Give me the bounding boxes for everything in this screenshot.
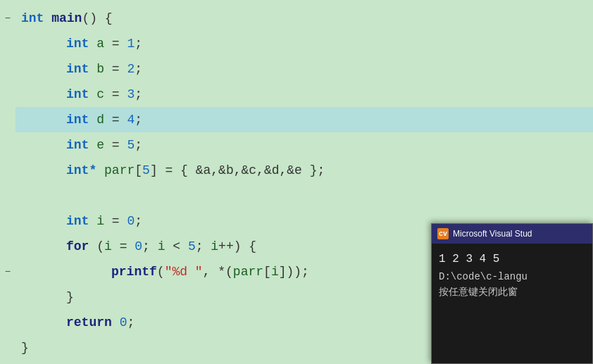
console-output-3: 按任意键关闭此窗 bbox=[439, 284, 585, 300]
collapse-icon-main[interactable]: − bbox=[5, 6, 11, 31]
code-line-8 bbox=[21, 183, 593, 208]
token-main: main bbox=[51, 6, 82, 31]
code-line-3: int b = 2 ; bbox=[21, 56, 593, 82]
console-output-1: 1 2 3 4 5 bbox=[439, 249, 585, 269]
main-container: − − int main () { int a = 1 ; int b bbox=[0, 0, 593, 364]
console-app-icon: cv bbox=[437, 228, 449, 239]
code-line-2: int a = 1 ; bbox=[21, 31, 593, 56]
code-line-6: int e = 5 ; bbox=[21, 132, 593, 158]
code-line-5: int d = 4 ; bbox=[15, 107, 593, 132]
console-title: Microsoft Visual Stud bbox=[453, 229, 532, 239]
console-window: cv Microsoft Visual Stud 1 2 3 4 5 D:\co… bbox=[431, 223, 593, 364]
token-int: int bbox=[21, 6, 44, 31]
line-gutter: − − bbox=[0, 0, 15, 364]
code-line-4: int c = 3 ; bbox=[21, 82, 593, 107]
console-body: 1 2 3 4 5 D:\code\c-langu 按任意键关闭此窗 bbox=[432, 244, 592, 363]
console-output-2: D:\code\c-langu bbox=[439, 269, 585, 284]
console-titlebar: cv Microsoft Visual Stud bbox=[432, 224, 592, 244]
collapse-icon-for[interactable]: − bbox=[5, 259, 11, 284]
code-line-7: int* parr [ 5 ] = { &a,&b,&c,&d,&e }; bbox=[21, 158, 593, 183]
code-editor: int main () { int a = 1 ; int b = 2 ; bbox=[15, 0, 593, 364]
code-line-1: int main () { bbox=[21, 6, 593, 31]
